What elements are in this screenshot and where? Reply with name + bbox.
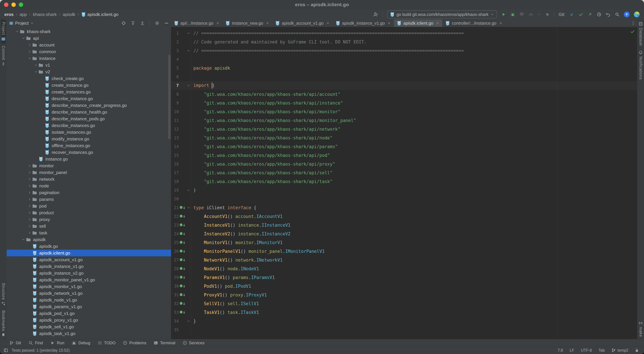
tool-window-button-make[interactable]: make <box>638 319 643 339</box>
chevron-collapsed-icon[interactable] <box>28 50 32 53</box>
code-line-25[interactable]: 25I MonitorV1() monitor.IMonitorV1 <box>171 238 637 247</box>
line-number[interactable]: 14 <box>171 144 179 149</box>
line-number[interactable]: 32 <box>171 301 179 306</box>
editor-tab-apisdk-instance-v1-go[interactable]: apisdk_instance_v1.go <box>333 20 394 27</box>
tree-item-monitor-panel[interactable]: monitor_panel <box>7 169 171 176</box>
implemented-gutter-icon[interactable]: I <box>179 205 186 210</box>
implemented-gutter-icon[interactable]: I <box>179 301 186 306</box>
chevron-expanded-icon[interactable] <box>34 70 38 74</box>
code-line-9[interactable]: 9 "git.woa.com/khaos/eros/app/khaos-shar… <box>171 99 637 107</box>
tree-item-check-create-go[interactable]: check_create.go <box>7 75 171 82</box>
code-line-22[interactable]: 22I AccountV1() account.IAccountV1 <box>171 212 637 221</box>
code-line-2[interactable]: 2// Code generated and maintained by GoF… <box>171 38 637 46</box>
tree-item-apisdk-iclient-go[interactable]: apisdk.iclient.go <box>7 250 171 256</box>
line-number[interactable]: 15 <box>171 153 179 158</box>
run-with-coverage-button[interactable] <box>520 12 524 17</box>
editor-tab-controller-instance-go[interactable]: controller/.../instance.go <box>442 20 506 27</box>
tool-window-button-find[interactable]: Find <box>28 340 43 345</box>
code-line-18[interactable]: 18 "git.woa.com/khaos/eros/app/khaos-sha… <box>171 177 637 186</box>
tool-window-button-problems[interactable]: Problems <box>123 340 146 345</box>
tree-item-product[interactable]: product <box>7 209 171 216</box>
code-line-12[interactable]: 12 "git.woa.com/khaos/eros/app/khaos-sha… <box>171 125 637 134</box>
tree-item-describe-instances-go[interactable]: describe_instances.go <box>7 122 171 129</box>
git-update-button[interactable] <box>570 12 574 17</box>
code-line-33[interactable]: 33I TaskV1() task.ITaskV1 <box>171 308 637 317</box>
implemented-gutter-icon[interactable]: I <box>179 231 186 236</box>
implemented-gutter-icon[interactable]: I <box>179 266 186 271</box>
tree-item-apisdk-node-v1-go[interactable]: apisdk_node_v1.go <box>7 297 171 303</box>
tree-item-apisdk-sell-v1-go[interactable]: apisdk_sell_v1.go <box>7 323 171 330</box>
gear-icon[interactable] <box>155 21 159 25</box>
line-number[interactable]: 33 <box>171 310 179 315</box>
code-line-35[interactable]: 35 <box>171 325 637 334</box>
implemented-gutter-icon[interactable]: I <box>179 249 186 254</box>
tool-window-button-debug[interactable]: Debug <box>72 340 90 345</box>
expand-all-button[interactable] <box>131 21 135 25</box>
tree-item-pod[interactable]: pod <box>7 203 171 209</box>
chevron-collapsed-icon[interactable] <box>28 198 32 201</box>
chevron-collapsed-icon[interactable] <box>34 63 38 67</box>
tree-item-instance-go[interactable]: instance.go <box>7 156 171 162</box>
tree-item-khaos-shark[interactable]: khaos-shark <box>7 28 171 35</box>
tree-item-apisdk-pod-v1-go[interactable]: apisdk_pod_v1.go <box>7 310 171 317</box>
code-line-20[interactable]: 20 <box>171 195 637 203</box>
chevron-collapsed-icon[interactable] <box>28 231 32 235</box>
search-everywhere-button[interactable] <box>615 12 620 17</box>
tool-window-button-git[interactable]: Git <box>10 340 21 345</box>
line-number[interactable]: 20 <box>171 197 179 201</box>
chevron-collapsed-icon[interactable] <box>28 43 32 47</box>
line-number[interactable]: 26 <box>171 249 179 254</box>
code-line-11[interactable]: 11 "git.woa.com/khaos/eros/app/khaos-sha… <box>171 116 637 125</box>
line-number[interactable]: 31 <box>171 293 179 297</box>
line-number[interactable]: 11 <box>171 118 179 123</box>
tree-item-params[interactable]: params <box>7 196 171 203</box>
editor-tab-instance-new-go[interactable]: instance_new.go <box>222 20 272 27</box>
fold-down-icon[interactable] <box>186 32 190 35</box>
tool-window-button-notifications[interactable]: Notifications <box>638 48 643 82</box>
git-commit-button[interactable] <box>578 12 583 17</box>
code-line-17[interactable]: 17 "git.woa.com/khaos/eros/app/khaos-sha… <box>171 168 637 177</box>
tool-window-button-bookmarks[interactable]: Bookmarks <box>1 308 6 339</box>
tool-window-layout-icon[interactable] <box>4 348 8 352</box>
chevron-expanded-icon[interactable] <box>28 57 32 60</box>
implemented-gutter-icon[interactable]: I <box>179 240 186 245</box>
line-number[interactable]: 16 <box>171 162 179 166</box>
code-line-32[interactable]: 32I SellV1() sell.ISellV1 <box>171 299 637 308</box>
line-number[interactable]: 35 <box>171 327 179 332</box>
tree-item-describe-instance-go[interactable]: describe_instance.go <box>7 95 171 102</box>
tab-close-icon[interactable] <box>266 22 269 25</box>
code-line-6[interactable]: 6 <box>171 73 637 81</box>
tree-item-modify-instance-go[interactable]: modify_instance.go <box>7 136 171 142</box>
code-line-4[interactable]: 4 <box>171 55 637 64</box>
code-line-13[interactable]: 13 "git.woa.com/khaos/eros/app/khaos-sha… <box>171 134 637 142</box>
line-number[interactable]: 10 <box>171 109 179 114</box>
tree-item-create-instance-go[interactable]: create_instance.go <box>7 82 171 89</box>
tab-close-icon[interactable] <box>499 22 502 25</box>
line-number[interactable]: 2 <box>171 40 179 44</box>
editor-tab-apisdk-iclient-go[interactable]: apisdk.iclient.go <box>394 20 442 27</box>
readonly-toggle[interactable] <box>635 348 639 352</box>
code-line-5[interactable]: 5package apisdk <box>171 64 637 73</box>
tree-item-apisdk-params-v1-go[interactable]: apisdk_params_v1.go <box>7 303 171 310</box>
hide-panel-button[interactable] <box>164 21 169 25</box>
tree-item-recover-instances-go[interactable]: recover_instances.go <box>7 149 171 156</box>
tool-window-button-commit[interactable]: Commit <box>1 44 6 69</box>
line-number[interactable]: 29 <box>171 275 179 280</box>
code-line-16[interactable]: 16 "git.woa.com/khaos/eros/app/khaos-sha… <box>171 160 637 168</box>
tree-item-describe-instance-health-go[interactable]: describe_instance_health.go <box>7 109 171 115</box>
cursor-position-widget[interactable]: 7:8 <box>558 348 563 353</box>
select-opened-file-button[interactable] <box>122 21 126 25</box>
breadcrumb-item[interactable]: khaos-shark <box>33 12 57 17</box>
code-line-34[interactable]: 34} <box>171 317 637 325</box>
code-line-24[interactable]: 24I InstanceV2() instance.IInstanceV2 <box>171 229 637 238</box>
line-number[interactable]: 1 <box>171 31 179 36</box>
line-number[interactable]: 13 <box>171 136 179 140</box>
code-line-19[interactable]: 19) <box>171 186 637 195</box>
line-number[interactable]: 22 <box>171 214 179 219</box>
rollback-button[interactable] <box>606 12 610 17</box>
line-number[interactable]: 6 <box>171 75 179 79</box>
tree-item-v1[interactable]: v1 <box>7 62 171 69</box>
line-ending-widget[interactable]: LF <box>570 348 574 353</box>
tree-item-v2[interactable]: v2 <box>7 69 171 75</box>
tree-item-create-instances-go[interactable]: create_instances.go <box>7 89 171 95</box>
